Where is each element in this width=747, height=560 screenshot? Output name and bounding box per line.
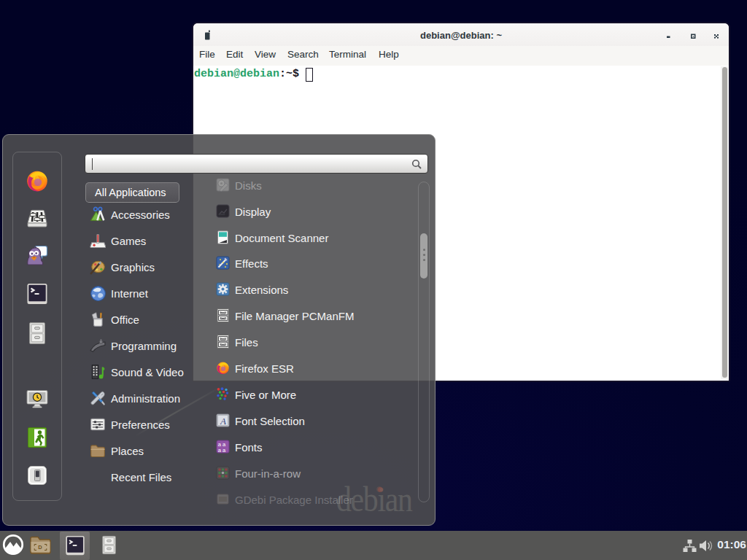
svg-text:a a: a a	[218, 447, 226, 454]
svg-text:A: A	[220, 416, 226, 427]
svg-text:D: D	[38, 544, 42, 551]
